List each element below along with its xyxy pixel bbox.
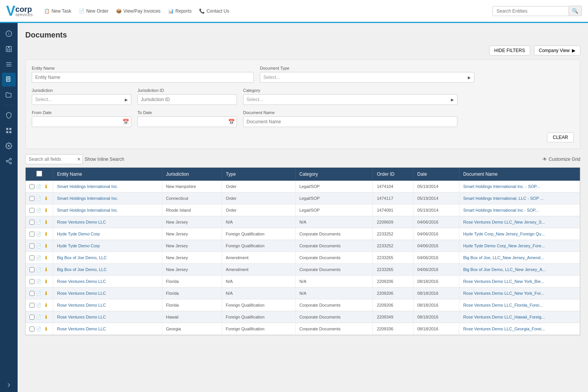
hide-filters-button[interactable]: HIDE FILTERS [489,46,530,56]
document-icon[interactable]: 📄 [36,290,42,296]
svg-line-22 [8,162,10,163]
col-header-document-name[interactable]: Document Name [459,168,580,181]
category-select[interactable]: Select... ▶ [243,94,457,105]
download-icon[interactable]: ⬇ [43,183,49,189]
document-icon[interactable]: 📄 [36,183,42,189]
cell-entity-name: Smart Holdings International Inc. [53,181,162,193]
document-icon[interactable]: 📄 [36,195,42,201]
row-checkbox[interactable] [29,255,34,260]
document-icon[interactable]: 📄 [36,207,42,213]
company-view-button[interactable]: Company View ▶ [534,46,580,56]
document-icon[interactable]: 📄 [36,231,42,237]
row-checkbox[interactable] [29,243,34,248]
invoice-icon: 📦 [116,8,122,14]
nav-new-task[interactable]: 📋 New Task [44,8,71,14]
document-icon[interactable]: 📄 [36,314,42,320]
row-checkbox[interactable] [29,196,34,201]
cell-type: Foreign Qualification [222,323,295,335]
col-header-category[interactable]: Category [295,168,373,181]
to-date-calendar-icon[interactable]: 📅 [228,119,235,125]
download-icon[interactable]: ⬇ [43,231,49,237]
nav-view-pay-invoices[interactable]: 📦 View/Pay Invoices [116,8,160,14]
download-icon[interactable]: ⬇ [43,195,49,201]
nav-contact-us[interactable]: 📞 Contact Us [199,8,229,14]
row-checkbox[interactable] [29,232,34,237]
row-actions: 📄 ⬇ [26,216,53,228]
clear-search-button[interactable]: ✕ [77,157,81,162]
to-date-input[interactable] [137,116,237,127]
entity-name-input[interactable] [32,72,254,83]
jurisdiction-id-input[interactable] [137,94,237,105]
row-checkbox[interactable] [29,303,34,308]
document-icon[interactable]: 📄 [36,255,42,261]
cell-entity-name: Smart Holdings International Inc. [53,204,162,216]
from-date-input[interactable] [32,116,131,127]
row-checkbox[interactable] [29,315,34,320]
document-icon[interactable]: 📄 [36,278,42,284]
download-icon[interactable]: ⬇ [43,314,49,320]
col-header-jurisdiction[interactable]: Jurisdiction [162,168,222,181]
category-label: Category [243,88,457,93]
document-icon[interactable]: 📄 [36,219,42,225]
sidebar-item-grid[interactable] [2,124,16,137]
sidebar-item-list[interactable] [2,57,16,71]
download-icon[interactable]: ⬇ [43,266,49,273]
from-date-calendar-icon[interactable]: 📅 [122,119,129,125]
grid-search-input[interactable] [25,154,83,164]
download-icon[interactable]: ⬇ [43,219,49,225]
cell-jurisdiction: New Jersey [162,252,222,264]
row-checkbox[interactable] [29,291,34,296]
row-checkbox[interactable] [29,327,34,332]
document-icon[interactable]: 📄 [36,243,42,249]
document-type-group: Document Type Select... ▶ [260,66,474,83]
search-input[interactable] [492,6,569,16]
customize-grid-button[interactable]: 👁 Customize Grid [542,157,580,162]
cell-document-name: Big Box of Joe, LLC_New Jersey_Amend... [459,252,580,264]
search-button[interactable]: 🔍 [569,6,582,16]
download-icon[interactable]: ⬇ [43,243,49,249]
row-checkbox[interactable] [29,184,34,189]
col-header-date[interactable]: Date [413,168,459,181]
row-checkbox[interactable] [29,220,34,225]
sidebar-item-folder[interactable] [2,88,16,102]
cell-date: 04/06/2016 [413,264,459,276]
download-icon[interactable]: ⬇ [43,302,49,308]
download-icon[interactable]: ⬇ [43,207,49,213]
cell-category: N/A [295,287,373,299]
document-icon[interactable]: 📄 [36,326,42,332]
document-name-input[interactable] [243,116,457,127]
sidebar-item-info[interactable]: i [2,27,16,41]
col-header-entity-name[interactable]: Entity Name [53,168,162,181]
to-date-label: To Date [137,110,237,115]
cell-order-id: 1474104 [373,181,413,193]
sidebar-item-building[interactable] [2,42,16,56]
sidebar-item-share[interactable] [2,154,16,168]
sidebar-item-document[interactable] [2,73,16,87]
sidebar-item-arrow[interactable] [2,378,16,392]
header-checkbox[interactable] [36,171,42,176]
row-actions: 📄 ⬇ [26,311,53,323]
col-header-order-id[interactable]: Order ID [373,168,413,181]
document-icon[interactable]: 📄 [36,302,42,308]
jurisdiction-id-label: Jurisdiction ID [137,88,237,93]
document-type-select[interactable]: Select... ▶ [260,72,474,83]
download-icon[interactable]: ⬇ [43,255,49,261]
sidebar-item-shield[interactable] [2,108,16,122]
download-icon[interactable]: ⬇ [43,278,49,284]
nav-new-order[interactable]: 📄 New Order [79,8,108,14]
document-icon[interactable]: 📄 [36,266,42,273]
download-icon[interactable]: ⬇ [43,326,49,332]
download-icon[interactable]: ⬇ [43,290,49,296]
category-value: Select... [247,97,263,102]
row-checkbox[interactable] [29,208,34,213]
nav-reports[interactable]: 📊 Reports [168,8,191,14]
row-checkbox[interactable] [29,267,34,272]
jurisdiction-select[interactable]: Select... ▶ [32,94,131,105]
cell-order-id: 2209206 [373,299,413,311]
show-inline-search-label[interactable]: Show Inline Search [85,157,124,162]
clear-button[interactable]: CLEAR [547,132,574,142]
col-header-type[interactable]: Type [222,168,295,181]
cell-category: Corporate Documents [295,323,373,335]
sidebar-item-settings[interactable] [2,139,16,153]
row-checkbox[interactable] [29,279,34,284]
